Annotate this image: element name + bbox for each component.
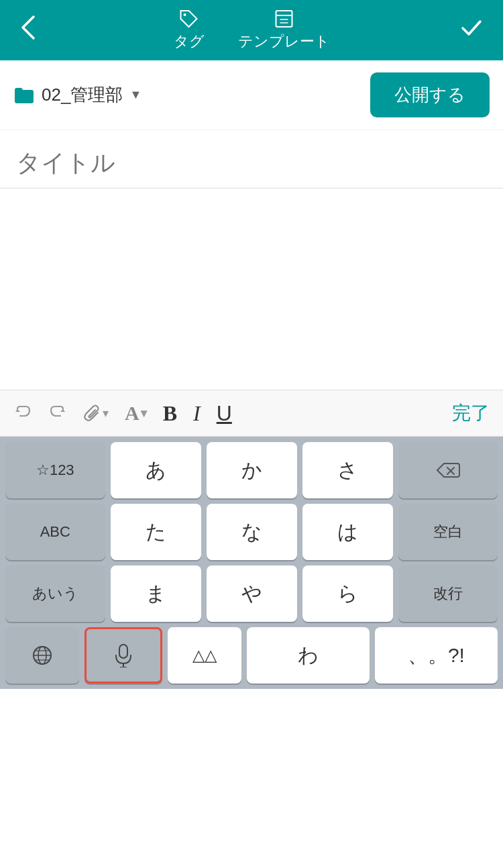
tag-label: タグ [174, 32, 205, 52]
keyboard-row-1: ☆123 あ か さ [0, 442, 503, 498]
underline-button[interactable]: U [217, 401, 232, 426]
bold-button[interactable]: B [163, 401, 177, 426]
undo-button[interactable] [13, 404, 32, 423]
key-hiragana[interactable]: △△ [168, 627, 241, 684]
wa-label: わ [298, 642, 319, 669]
template-button[interactable]: テンプレート [238, 9, 330, 52]
key-space[interactable]: 空白 [398, 504, 498, 560]
key-globe[interactable] [5, 627, 79, 684]
key-sa[interactable]: さ [302, 442, 393, 498]
font-button[interactable]: A▾ [125, 402, 147, 425]
keyboard-row-3: あいう ま や ら 改行 [0, 565, 503, 622]
header-center: タグ テンプレート [174, 9, 330, 52]
title-area [0, 130, 503, 188]
template-label: テンプレート [238, 32, 330, 52]
check-button[interactable] [453, 9, 490, 52]
hiragana-label: △△ [192, 646, 217, 665]
folder-selector[interactable]: 02_管理部 ▼ [13, 83, 142, 107]
key-na[interactable]: な [207, 504, 297, 560]
format-toolbar: ▾ A▾ B I U 完了 [0, 390, 503, 437]
key-mic[interactable] [85, 627, 162, 684]
content-area[interactable] [0, 188, 503, 390]
key-punct[interactable]: 、。?! [375, 627, 498, 684]
tag-button[interactable]: タグ [174, 9, 205, 52]
publish-button[interactable]: 公開する [370, 72, 490, 117]
key-ra[interactable]: ら [302, 565, 393, 622]
folder-name: 02_管理部 [42, 83, 123, 107]
key-ka[interactable]: か [207, 442, 297, 498]
svg-rect-10 [119, 645, 127, 658]
attach-button[interactable]: ▾ [83, 404, 109, 423]
title-input[interactable] [16, 149, 487, 177]
key-ya[interactable]: や [207, 565, 297, 622]
keyboard-row-4: △△ わ 、。?! [0, 627, 503, 689]
keyboard-row-2: ABC た な は 空白 [0, 504, 503, 560]
key-abc[interactable]: ABC [5, 504, 105, 560]
key-ma[interactable]: ま [111, 565, 201, 622]
key-enter[interactable]: 改行 [398, 565, 498, 622]
dropdown-arrow-icon: ▼ [129, 88, 142, 102]
key-aiueo[interactable]: あいう [5, 565, 105, 622]
redo-button[interactable] [48, 404, 67, 423]
done-button[interactable]: 完了 [452, 400, 490, 426]
key-delete[interactable] [398, 442, 498, 498]
punct-label: 、。?! [408, 642, 465, 669]
svg-rect-1 [276, 11, 292, 27]
italic-button[interactable]: I [193, 401, 201, 426]
svg-point-0 [184, 13, 186, 16]
key-star123[interactable]: ☆123 [5, 442, 105, 498]
key-ta[interactable]: た [111, 504, 201, 560]
back-button[interactable] [13, 7, 43, 53]
key-a[interactable]: あ [111, 442, 201, 498]
header: タグ テンプレート [0, 0, 503, 60]
key-ha[interactable]: は [302, 504, 393, 560]
key-wa[interactable]: わ [247, 627, 370, 684]
keyboard: ☆123 あ か さ ABC た な は [0, 437, 503, 689]
toolbar-row: 02_管理部 ▼ 公開する [0, 60, 503, 130]
